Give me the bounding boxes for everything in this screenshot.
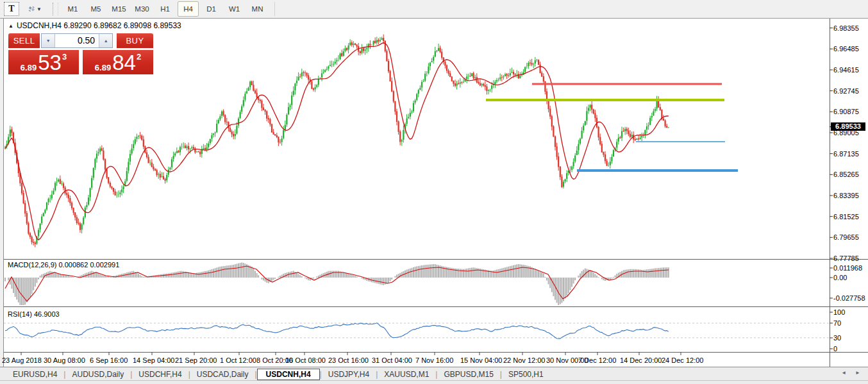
chart-tab-usdchf[interactable]: USDCHF,H4 [132,369,188,380]
collapse-panel-icon[interactable]: ▲ [8,23,13,29]
buy-price-big: 84 [112,53,136,72]
sell-button-label: SELL [13,36,35,46]
mt4-window: T ▼ M1M5M15M30H1H4D1W1MN ▲ USDCNH,H4 6.8… [0,0,868,384]
time-axis-label: 30 Aug 08:00 [44,356,85,364]
time-axis-label: 14 Sep 04:00 [133,356,174,364]
price-axis-label: 6.90875 [833,108,859,115]
price-axis-label: 6.94615 [833,66,859,74]
time-axis-label: 22 Nov 12:00 [503,356,545,364]
chart-tab-audusd[interactable]: AUDUSD,Daily [65,369,130,380]
chart-tab-bar: EURUSD,H4|AUDUSD,Daily|USDCHF,H4|USDCAD,… [0,367,868,381]
chart-tab-gbpusd[interactable]: GBPUSD,M15 [437,369,499,380]
chart-tab-sp500[interactable]: SP500,H1 [502,369,550,380]
tab-scroll-buttons: ◄ ► [841,370,860,376]
rsi-axis-label: 30 [833,334,841,342]
one-click-trading-panel: SELL ▼ 0.50 ▲ BUY 6.89 53 3 6.89 84 2 [8,33,153,74]
time-axis-label: 23 Oct 16:00 [328,356,369,364]
rsi-axis-label: 100 [833,308,845,316]
chart-tab-eurusd[interactable]: EURUSD,H4 [6,369,63,380]
macd-axis-label: -0.027758 [833,294,865,302]
price-axis-label: 6.79655 [833,233,859,241]
rsi-axis-label: 0 [833,345,837,353]
current-price-tag: 6.89533 [831,122,865,131]
macd-indicator-label: MACD(12,26,9) 0.000862 0.002991 [8,261,119,269]
sell-price-box[interactable]: 6.89 53 3 [8,50,79,74]
volume-increase-button[interactable]: ▲ [99,34,112,47]
sell-price-prefix: 6.89 [21,63,37,72]
price-axis-label: 6.87135 [833,150,859,158]
tab-scroll-right-icon[interactable]: ► [855,370,860,376]
time-axis-label: 21 Sep 20:00 [175,356,217,364]
time-axis-label: 24 Dec 12:00 [662,356,703,364]
price-axis-label: 6.77785 [833,255,859,262]
rsi-axis-label: 70 [833,319,841,327]
buy-button[interactable]: BUY [117,33,153,48]
rsi-indicator-label: RSI(14) 46.9003 [8,310,60,318]
macd-axis-label: 0.011968 [833,264,862,272]
chart-tab-usdjpy[interactable]: USDJPY,H4 [322,369,376,380]
time-axis-label: 15 Nov 04:00 [460,356,502,364]
buy-price-prefix: 6.89 [95,63,111,72]
time-axis-label: 1 Oct 12:00 [220,356,256,364]
volume-value[interactable]: 0.50 [55,34,99,47]
chart-title-text: USDCNH,H4 6.89290 6.89682 6.89098 6.8953… [17,21,181,30]
price-axis-label: 6.98355 [833,24,859,32]
macd-axis-label: 0.00 [833,274,847,281]
sell-price-sup: 3 [62,52,67,62]
time-axis-label: 16 Oct 08:00 [285,356,326,364]
price-axis-label: 6.92745 [833,87,859,95]
time-axis-label: 7 Nov 16:00 [415,356,453,364]
tab-scroll-left-icon[interactable]: ◄ [841,370,846,376]
time-axis-label: 23 Aug 2018 [2,356,42,364]
chart-tab-usdcad[interactable]: USDCAD,Daily [190,369,255,380]
status-bar [0,380,868,384]
time-axis-label: 6 Sep 16:00 [90,356,128,364]
buy-button-label: BUY [126,36,144,46]
time-axis-label: 14 Dec 20:00 [620,356,662,364]
volume-decrease-button[interactable]: ▼ [42,34,55,47]
price-axis-label: 6.81525 [833,213,859,221]
time-axis-label: 7 Dec 12:00 [578,356,616,364]
chart-tab-usdcnh[interactable]: USDCNH,H4 [257,369,320,380]
sell-button[interactable]: SELL [8,33,40,48]
sell-price-big: 53 [38,53,62,72]
price-axis-label: 6.85265 [833,171,859,178]
time-axis-label: 31 Oct 04:00 [372,356,412,364]
buy-price-box[interactable]: 6.89 84 2 [83,50,153,74]
price-axis-label: 6.96485 [833,45,859,53]
volume-stepper: ▼ 0.50 ▲ [41,33,113,48]
buy-price-sup: 2 [137,52,141,62]
price-axis-label: 6.83395 [833,192,859,199]
chart-title: ▲ USDCNH,H4 6.89290 6.89682 6.89098 6.89… [8,21,181,30]
chart-tab-xauusd[interactable]: XAUUSD,M1 [378,369,435,380]
